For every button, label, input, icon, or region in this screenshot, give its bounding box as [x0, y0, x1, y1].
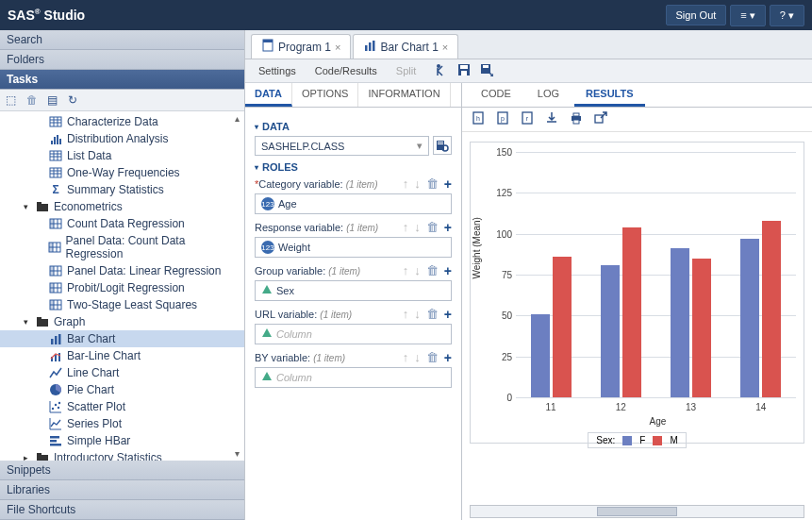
tree-item[interactable]: Characterize Data	[0, 113, 244, 130]
trash-icon[interactable]: 🗑	[426, 307, 439, 322]
tree-item[interactable]: ▾Econometrics	[0, 198, 244, 215]
move-down-icon[interactable]: ↓	[414, 263, 421, 278]
role-field[interactable]: Column	[255, 324, 452, 344]
trash-icon[interactable]: 🗑	[426, 220, 439, 235]
role-header: BY variable: (1 item)↑↓🗑+	[255, 350, 452, 365]
section-folders[interactable]: Folders	[0, 50, 244, 70]
close-icon[interactable]: ×	[442, 42, 448, 53]
role-field[interactable]: 123Age	[255, 193, 452, 214]
role-header: Group variable: (1 item)↑↓🗑+	[255, 263, 452, 278]
more-menu-button[interactable]: ≡ ▾	[730, 5, 765, 26]
download-icon[interactable]	[545, 111, 558, 127]
tree-item[interactable]: Probit/Logit Regression	[0, 279, 244, 296]
section-tasks[interactable]: Tasks	[0, 70, 244, 90]
print-icon[interactable]	[570, 111, 583, 127]
tree-item[interactable]: One-Way Frequencies	[0, 164, 244, 181]
close-icon[interactable]: ×	[335, 42, 340, 53]
export-html-icon[interactable]: h	[472, 111, 485, 127]
move-down-icon[interactable]: ↓	[414, 220, 421, 235]
editor-tab[interactable]: Bar Chart 1×	[353, 34, 458, 59]
move-down-icon[interactable]: ↓	[414, 350, 421, 365]
split-button[interactable]: Split	[389, 62, 423, 79]
tree-item[interactable]: Count Data Regression	[0, 215, 244, 232]
help-button[interactable]: ? ▾	[770, 5, 804, 26]
role-field[interactable]: Sex	[255, 280, 452, 301]
role-field[interactable]: 123Weight	[255, 237, 452, 258]
data-source-select[interactable]: SASHELP.CLASS▾	[255, 136, 429, 156]
pane-tab-data[interactable]: DATA	[245, 83, 292, 107]
data-browse-button[interactable]	[433, 136, 452, 155]
move-up-icon[interactable]: ↑	[403, 176, 409, 192]
tree-item[interactable]: Bar Chart	[0, 330, 244, 347]
tree-item[interactable]: Line Chart	[0, 364, 244, 381]
result-tab-results[interactable]: RESULTS	[574, 83, 645, 107]
tree-item[interactable]: Series Plot	[0, 415, 244, 432]
add-icon[interactable]: +	[444, 307, 452, 322]
trash-icon[interactable]: 🗑	[426, 176, 439, 192]
move-down-icon[interactable]: ↓	[414, 307, 421, 322]
svg-rect-20	[37, 204, 48, 211]
tree-item-label: One-Way Frequencies	[67, 166, 180, 179]
add-icon[interactable]: +	[444, 263, 452, 278]
add-icon[interactable]: +	[444, 176, 452, 192]
data-section-header[interactable]: DATA	[255, 121, 452, 132]
editor-subbar: Settings Code/Results Split	[245, 59, 812, 83]
section-snippets[interactable]: Snippets	[0, 461, 244, 480]
editor-tabs: Program 1×Bar Chart 1×	[245, 30, 812, 59]
tree-item[interactable]: Simple HBar	[0, 432, 244, 449]
reg-icon	[49, 217, 62, 230]
result-tab-code[interactable]: CODE	[470, 83, 522, 107]
tree-item[interactable]: List Data	[0, 147, 244, 164]
pane-tab-information[interactable]: INFORMATION	[358, 83, 450, 107]
roles-section-header[interactable]: ROLES	[255, 161, 452, 173]
saveas-icon[interactable]	[480, 63, 493, 79]
run-icon[interactable]	[435, 63, 448, 79]
trash-icon[interactable]: 🗑	[426, 350, 439, 365]
result-tab-log[interactable]: LOG	[526, 83, 571, 107]
tree-item-label: Panel Data: Linear Regression	[67, 264, 221, 277]
scroll-up-icon[interactable]: ▴	[231, 113, 242, 124]
move-down-icon[interactable]: ↓	[414, 176, 421, 192]
editor-tab[interactable]: Program 1×	[251, 34, 351, 59]
move-up-icon[interactable]: ↑	[403, 263, 409, 278]
section-libraries[interactable]: Libraries	[0, 480, 244, 500]
svg-rect-14	[50, 168, 61, 177]
tree-item[interactable]: ▾Graph	[0, 313, 244, 330]
y-tick: 125	[488, 188, 512, 198]
section-fileshortcuts[interactable]: File Shortcuts	[0, 500, 244, 520]
export-rtf-icon[interactable]: r	[521, 111, 534, 127]
signout-button[interactable]: Sign Out	[666, 5, 727, 25]
popout-icon[interactable]	[594, 111, 607, 127]
delete-icon[interactable]: 🗑	[26, 93, 40, 107]
tree-item[interactable]: ▸Introductory Statistics	[0, 449, 244, 461]
tree-item[interactable]: Distribution Analysis	[0, 130, 244, 147]
pane-tab-options[interactable]: OPTIONS	[292, 83, 359, 107]
scroll-down-icon[interactable]: ▾	[231, 448, 242, 459]
horizontal-scrollbar[interactable]	[470, 505, 804, 518]
role-field[interactable]: Column	[255, 367, 452, 388]
open-icon[interactable]: ⬚	[6, 93, 19, 107]
tree-item[interactable]: Two-Stage Least Squares	[0, 296, 244, 313]
settings-button[interactable]: Settings	[251, 62, 304, 79]
tree-item[interactable]: Bar-Line Chart	[0, 347, 244, 364]
tree-item[interactable]: Panel Data: Count Data Regression	[0, 232, 244, 262]
tree-item[interactable]: Scatter Plot	[0, 398, 244, 415]
properties-icon[interactable]: ▤	[47, 93, 60, 107]
section-search[interactable]: Search	[0, 30, 244, 50]
move-up-icon[interactable]: ↑	[403, 220, 409, 235]
coderesults-button[interactable]: Code/Results	[307, 62, 385, 79]
y-tick: 75	[488, 270, 512, 280]
tree-item[interactable]: ΣSummary Statistics	[0, 181, 244, 198]
export-pdf-icon[interactable]: p	[496, 111, 509, 127]
tree-item-label: Graph	[54, 315, 85, 328]
move-up-icon[interactable]: ↑	[403, 350, 409, 365]
svg-rect-60	[50, 436, 59, 439]
add-icon[interactable]: +	[444, 220, 452, 235]
move-up-icon[interactable]: ↑	[403, 307, 409, 322]
trash-icon[interactable]: 🗑	[426, 263, 439, 278]
add-icon[interactable]: +	[444, 350, 452, 365]
refresh-icon[interactable]: ↻	[68, 93, 81, 107]
save-icon[interactable]	[457, 63, 471, 79]
tree-item[interactable]: Pie Chart	[0, 381, 244, 398]
tree-item[interactable]: Panel Data: Linear Regression	[0, 262, 244, 279]
